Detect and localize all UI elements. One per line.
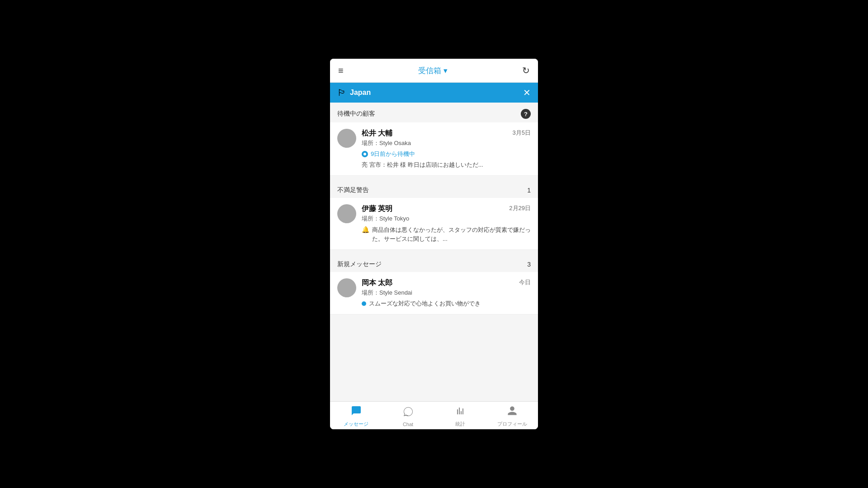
avatar-okamoto [337,278,356,297]
card-date-ito: 2月29日 [509,204,531,212]
card-okamoto[interactable]: 岡本 太郎 今日 場所：Style Sendai スムーズな対応で心地よくお買い… [330,272,538,314]
profile-nav-label: プロフィール [497,421,527,427]
stats-nav-label: 統計 [455,421,465,427]
avatar-matsui [337,129,356,148]
card-status-alert-ito: 🔔 商品自体は悪くなかったが、スタッフの対応が質素で嫌だった。サービスに関しては… [362,225,531,243]
section-divider-2 [330,250,538,254]
stats-nav-icon [455,405,466,419]
waiting-dot-icon [362,151,368,157]
new-text-okamoto: スムーズな対応で心地よくお買い物ができ [369,300,481,308]
phone-frame: ≡ 受信箱 ▾ ↻ 🏳 Japan ✕ 待機中の顧客 ? 松井 大輔 3月5日 [330,59,538,429]
section-count-dissatisfied: 1 [527,187,531,194]
card-location-matsui: 場所：Style Osaka [362,139,531,147]
card-date-okamoto: 今日 [519,278,531,286]
new-dot-icon [362,301,366,306]
card-matsui[interactable]: 松井 大輔 3月5日 場所：Style Osaka 9日前から待機中 亮 宮市：… [330,122,538,176]
card-location-ito: 場所：Style Tokyo [362,215,531,223]
section-title-new: 新規メッセージ [337,260,382,268]
avatar-ito [337,204,356,223]
section-header-new: 新規メッセージ 3 [330,254,538,272]
section-title-waiting: 待機中の顧客 [337,110,375,118]
card-date-matsui: 3月5日 [513,129,531,137]
waiting-text-matsui: 9日前から待機中 [371,150,415,158]
messages-nav-label: メッセージ [344,421,368,427]
card-name-ito: 伊藤 英明 [362,204,392,214]
header: ≡ 受信箱 ▾ ↻ [330,59,538,83]
card-name-okamoto: 岡本 太郎 [362,278,392,288]
nav-item-chat[interactable]: Chat [382,406,434,427]
banner-left: 🏳 Japan [337,88,371,98]
card-body-okamoto: 岡本 太郎 今日 場所：Style Sendai スムーズな対応で心地よくお買い… [362,278,531,308]
chat-nav-label: Chat [403,422,413,427]
section-header-waiting: 待機中の顧客 ? [330,103,538,122]
nav-item-stats[interactable]: 統計 [434,405,486,427]
card-status-new-okamoto: スムーズな対応で心地よくお買い物ができ [362,300,531,308]
banner: 🏳 Japan ✕ [330,83,538,103]
section-header-dissatisfied: 不満足警告 1 [330,180,538,198]
section-divider-1 [330,176,538,180]
card-body-ito: 伊藤 英明 2月29日 場所：Style Tokyo 🔔 商品自体は悪くなかった… [362,204,531,243]
help-icon[interactable]: ? [521,109,531,119]
chat-nav-icon [403,406,414,420]
card-ito[interactable]: 伊藤 英明 2月29日 場所：Style Tokyo 🔔 商品自体は悪くなかった… [330,198,538,250]
card-location-okamoto: 場所：Style Sendai [362,289,531,297]
content-area: 待機中の顧客 ? 松井 大輔 3月5日 場所：Style Osaka 9日前から… [330,103,538,401]
card-status-waiting-matsui: 9日前から待機中 [362,150,531,158]
menu-icon[interactable]: ≡ [338,66,344,76]
profile-nav-icon [507,405,518,419]
refresh-icon[interactable]: ↻ [522,65,530,76]
card-name-matsui: 松井 大輔 [362,129,392,138]
banner-text: Japan [350,89,371,97]
messages-nav-icon [351,405,362,419]
section-title-dissatisfied: 不満足警告 [337,186,369,194]
bottom-nav: メッセージ Chat 統計 プロフィール [330,401,538,429]
flag-icon: 🏳 [337,88,346,98]
card-body-matsui: 松井 大輔 3月5日 場所：Style Osaka 9日前から待機中 亮 宮市：… [362,129,531,169]
section-count-new: 3 [527,261,531,268]
bell-icon: 🔔 [362,226,369,233]
banner-close-button[interactable]: ✕ [523,87,531,98]
nav-item-messages[interactable]: メッセージ [330,405,382,427]
card-preview-matsui: 亮 宮市：松井 様 昨日は店頭にお越しいただ... [362,161,531,169]
alert-text-ito: 商品自体は悪くなかったが、スタッフの対応が質素で嫌だった。サービスに関しては、.… [372,225,531,243]
header-title: 受信箱 ▾ [418,66,448,76]
nav-item-profile[interactable]: プロフィール [486,405,538,427]
